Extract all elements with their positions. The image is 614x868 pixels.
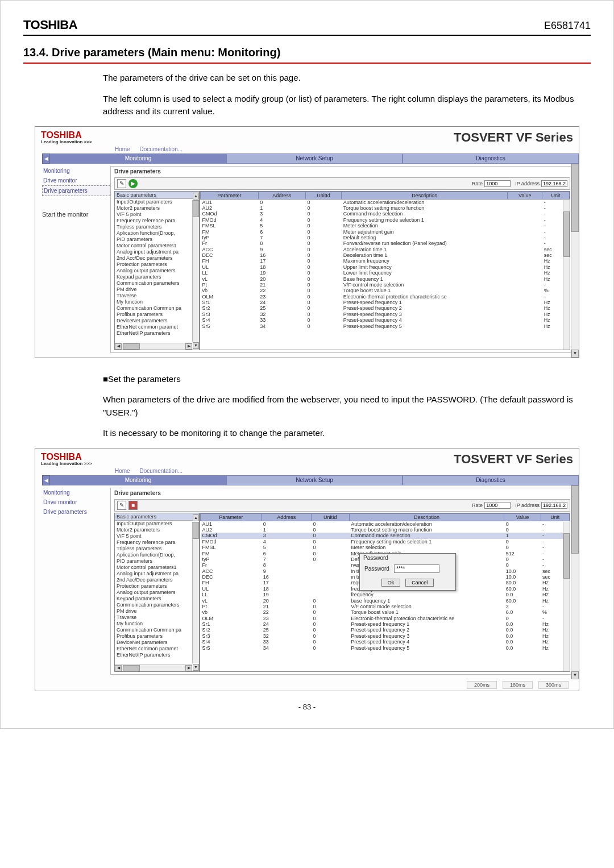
group-item[interactable]: Communication parameters <box>115 602 199 608</box>
group-item[interactable]: V/F 5 point <box>115 533 199 539</box>
table-row[interactable]: FM60Meter adjustment gain- <box>201 229 570 234</box>
edit-icon[interactable]: ✎ <box>117 179 126 188</box>
outer-vscroll[interactable]: ▼ <box>571 485 579 679</box>
table-row[interactable]: tyP70Default setting- <box>201 235 570 240</box>
group-item[interactable]: Analog output parameters <box>115 268 199 274</box>
table-vscroll[interactable] <box>563 200 570 350</box>
th-address[interactable]: Address <box>258 192 305 199</box>
group-item[interactable]: EtherNet common paramet <box>115 324 199 330</box>
group-item[interactable]: EtherNet/IP parameters <box>115 652 199 658</box>
table-row[interactable]: Sr5340Preset-speed frequency 50.0Hz <box>201 645 570 650</box>
group-item[interactable]: EtherNet common paramet <box>115 646 199 652</box>
table-row[interactable]: FMOd40Frequency setting mode selection 1… <box>201 217 570 223</box>
group-item[interactable]: Motor control parameters1 <box>115 564 199 571</box>
table-row[interactable]: vb220Torque boost value 1% <box>201 288 570 293</box>
outer-thumb[interactable] <box>571 164 579 232</box>
outer-down-icon[interactable]: ▼ <box>571 350 579 358</box>
rate-input[interactable] <box>484 502 511 509</box>
table-row[interactable]: Sr1240Preset-speed frequency 10.0Hz <box>201 621 570 627</box>
list-hscroll[interactable]: ◀ ▶ <box>115 665 192 671</box>
password-input[interactable] <box>394 564 439 573</box>
group-item[interactable]: PM drive <box>115 608 199 614</box>
table-row[interactable]: Sr4330Preset-speed frequency 40.0Hz <box>201 639 570 645</box>
group-item[interactable]: PID parameters <box>115 236 199 243</box>
table-row[interactable]: Sr1240Preset-speed frequency 1Hz <box>201 300 570 305</box>
table-row[interactable]: LL19frequency0.0Hz <box>201 592 570 597</box>
group-item[interactable]: PID parameters <box>115 558 199 564</box>
group-item[interactable]: PM drive <box>115 286 199 293</box>
group-item[interactable]: Communication Common pa <box>115 627 199 633</box>
ok-button[interactable]: Ok <box>381 579 401 587</box>
play-icon[interactable]: ▶ <box>128 179 138 188</box>
group-item[interactable]: Tripless parameters <box>115 546 199 552</box>
table-row[interactable]: Sr3320Preset-speed frequency 30.0Hz <box>201 633 570 639</box>
group-item[interactable]: Analog output parameters <box>115 589 199 596</box>
link-home[interactable]: Home <box>115 146 130 152</box>
rate-input[interactable] <box>484 180 511 187</box>
table-row[interactable]: AU100Automatic acceleration/deceleration… <box>201 199 570 205</box>
th-description[interactable]: Description <box>349 513 504 521</box>
group-item[interactable]: Protection parameters <box>115 261 199 268</box>
group-item[interactable]: Communication Common pa <box>115 305 199 312</box>
scroll-left-icon[interactable]: ◀ <box>115 343 122 350</box>
th-parameter[interactable]: Parameter <box>201 192 259 199</box>
tab-diagnostics[interactable]: Diagnostics <box>403 153 579 164</box>
start-monitor-link[interactable]: Start the monitor <box>42 211 110 218</box>
group-item[interactable]: Aplication function(Droop, <box>115 230 199 236</box>
table-row[interactable]: CMOd30Command mode selection1- <box>201 533 570 538</box>
table-row[interactable]: AU210Torque boost setting macro function… <box>201 527 570 533</box>
table-row[interactable]: Sr5340Preset-speed frequency 5Hz <box>201 323 570 329</box>
table-thumb[interactable] <box>563 211 570 257</box>
table-row[interactable]: OLM230Electronic-thermal protection char… <box>201 616 570 621</box>
tab-network[interactable]: Network Setup <box>226 153 403 164</box>
table-row[interactable]: vL200base frequency 160.0Hz <box>201 597 570 603</box>
link-doc[interactable]: Documentation... <box>139 468 182 474</box>
side-drive-monitor[interactable]: Drive monitor <box>42 497 110 507</box>
group-item[interactable]: 2nd Acc/Dec parameters <box>115 577 199 583</box>
side-drive-parameters[interactable]: Drive parameters <box>42 507 110 517</box>
table-row[interactable]: Pt210V/F control mode selection- <box>201 282 570 288</box>
stop-icon[interactable]: ■ <box>128 501 138 510</box>
table-row[interactable]: ACC90Acceleration time 1sec <box>201 247 570 252</box>
group-item[interactable]: Traverse <box>115 614 199 621</box>
group-item[interactable]: DeviceNet parameters <box>115 318 199 324</box>
outer-vscroll[interactable]: ▼ <box>571 164 579 358</box>
table-row[interactable]: FMSL50Meter selection- <box>201 223 570 229</box>
group-item[interactable]: Input/Output parameters <box>115 199 199 205</box>
scroll-right-icon[interactable]: ▶ <box>185 665 192 671</box>
table-row[interactable]: Sr2250Preset-speed frequency 20.0Hz <box>201 627 570 633</box>
table-vscroll[interactable] <box>563 522 570 671</box>
table-row[interactable]: Sr4330Preset-speed frequency 4Hz <box>201 317 570 323</box>
list-vscroll[interactable]: ▲ ▼ <box>192 522 199 663</box>
th-address[interactable]: Address <box>262 513 312 521</box>
group-item[interactable]: Analog input adjustment pa <box>115 249 199 255</box>
group-item[interactable]: Frequency reference para <box>115 539 199 546</box>
side-drive-monitor[interactable]: Drive monitor <box>42 176 110 185</box>
tab-network[interactable]: Network Setup <box>226 475 403 485</box>
group-list-header[interactable]: Basic parameters <box>115 513 199 521</box>
scroll-up-icon[interactable]: ▲ <box>193 514 199 521</box>
ip-input[interactable] <box>541 180 567 187</box>
group-item[interactable]: Profibus parameters <box>115 312 199 318</box>
group-item[interactable]: Communication parameters <box>115 280 199 286</box>
scroll-right-icon[interactable]: ▶ <box>185 343 192 350</box>
group-item[interactable]: Profibus parameters <box>115 633 199 639</box>
table-thumb[interactable] <box>563 533 570 579</box>
scroll-thumb[interactable] <box>193 200 199 217</box>
scroll-up-icon[interactable]: ▲ <box>193 193 199 200</box>
side-monitoring[interactable]: Monitoring <box>42 166 110 176</box>
th-unit[interactable]: Unit <box>542 192 570 199</box>
group-item[interactable]: Analog input adjustment pa <box>115 571 199 577</box>
group-item[interactable]: Motor2 parameters <box>115 527 199 533</box>
table-row[interactable]: Fr80Forward/reverse run selection (Panel… <box>201 240 570 246</box>
group-item[interactable]: My function <box>115 299 199 305</box>
group-item[interactable]: Traverse <box>115 293 199 299</box>
table-row[interactable]: vb220Torque boost value 16.0% <box>201 609 570 615</box>
group-item[interactable]: Motor2 parameters <box>115 205 199 211</box>
group-listbox[interactable]: Basic parameters Input/Output parameters… <box>114 513 200 672</box>
tab-arrow-left[interactable]: ◀ <box>42 475 50 485</box>
table-row[interactable]: LL190Lower limit frequencyHz <box>201 270 570 276</box>
list-hscroll[interactable]: ◀ ▶ <box>115 343 192 350</box>
th-unit[interactable]: Unit <box>541 513 569 521</box>
tab-monitoring[interactable]: Monitoring <box>50 475 226 485</box>
